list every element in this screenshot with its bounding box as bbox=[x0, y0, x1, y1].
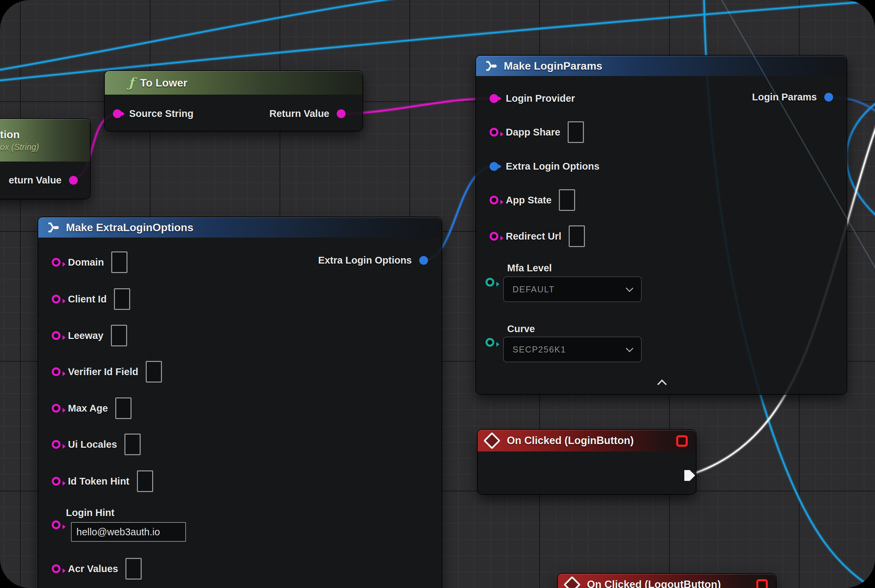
max-age-pin[interactable] bbox=[52, 404, 60, 412]
blueprint-graph-canvas[interactable]: tion ox (String) eturn Value ƒ To Lower … bbox=[0, 0, 875, 588]
return-value-pin[interactable] bbox=[69, 176, 78, 184]
make-struct-icon bbox=[484, 60, 498, 71]
chevron-down-icon bbox=[626, 285, 634, 292]
node-title: tion bbox=[0, 128, 20, 141]
node-title: To Lower bbox=[140, 77, 187, 89]
id-token-hint-pin[interactable] bbox=[52, 477, 60, 486]
return-value-label: eturn Value bbox=[9, 175, 62, 186]
login-hint-pin[interactable] bbox=[52, 520, 60, 529]
leeway-value-box[interactable] bbox=[111, 325, 127, 346]
max-age-label: Max Age bbox=[68, 403, 108, 414]
client-id-pin[interactable] bbox=[52, 295, 60, 303]
extra-login-options-out-pin[interactable] bbox=[419, 256, 428, 265]
leeway-pin[interactable] bbox=[52, 331, 60, 340]
wire-pink-tolower-to-provider bbox=[341, 98, 495, 114]
widget-bound-event-icon bbox=[676, 435, 688, 447]
dapp-share-label: Dapp Share bbox=[506, 127, 560, 138]
make-struct-icon bbox=[46, 222, 60, 233]
node-header[interactable]: Make LoginParams bbox=[476, 56, 846, 76]
acr-values-label: Acr Values bbox=[68, 563, 118, 574]
node-make-extra-login-options[interactable]: Make ExtraLoginOptions Extra Login Optio… bbox=[38, 217, 442, 588]
node-header[interactable]: ƒ To Lower bbox=[105, 71, 362, 94]
client-id-label: Client Id bbox=[68, 294, 107, 305]
node-header[interactable]: Make ExtraLoginOptions bbox=[38, 217, 442, 238]
node-header[interactable]: On Clicked (LogoutButton) bbox=[558, 574, 776, 588]
wire-cyan-right-arc bbox=[846, 100, 875, 220]
source-string-label: Source String bbox=[129, 108, 193, 119]
node-title: On Clicked (LogoutButton) bbox=[587, 579, 721, 588]
curve-label: Curve bbox=[507, 323, 535, 334]
node-make-login-params[interactable]: Make LoginParams Login Params Login Prov… bbox=[476, 56, 846, 394]
curve-pin[interactable] bbox=[486, 338, 494, 347]
mfa-level-dropdown[interactable]: DEFAULT bbox=[503, 276, 642, 302]
redirect-url-pin[interactable] bbox=[490, 232, 498, 241]
ui-locales-pin[interactable] bbox=[52, 440, 60, 449]
function-icon: ƒ bbox=[128, 76, 134, 89]
verifier-id-field-pin[interactable] bbox=[52, 368, 60, 376]
source-string-pin[interactable] bbox=[113, 109, 122, 118]
leeway-label: Leeway bbox=[68, 330, 104, 341]
mfa-level-pin[interactable] bbox=[486, 278, 494, 286]
node-on-clicked-logout-button[interactable]: On Clicked (LogoutButton) bbox=[558, 574, 776, 588]
dapp-share-value-box[interactable] bbox=[568, 122, 584, 143]
return-value-label: Return Value bbox=[269, 108, 329, 119]
node-title: Make ExtraLoginOptions bbox=[66, 221, 193, 234]
extra-login-options-in-pin[interactable] bbox=[490, 162, 498, 171]
dapp-share-pin[interactable] bbox=[490, 128, 498, 136]
node-header[interactable]: On Clicked (LoginButton) bbox=[478, 430, 696, 452]
id-token-hint-value-box[interactable] bbox=[137, 470, 153, 492]
acr-values-pin[interactable] bbox=[52, 564, 60, 573]
login-provider-label: Login Provider bbox=[506, 93, 575, 104]
acr-values-value-box[interactable] bbox=[125, 558, 142, 579]
app-state-pin[interactable] bbox=[490, 196, 498, 204]
domain-value-box[interactable] bbox=[111, 251, 128, 273]
app-state-label: App State bbox=[506, 195, 552, 206]
node-on-clicked-login-button[interactable]: On Clicked (LoginButton) bbox=[478, 430, 696, 494]
node-header[interactable]: tion ox (String) bbox=[0, 119, 90, 162]
login-hint-label: Login Hint bbox=[66, 507, 114, 518]
curve-value: SECP256K1 bbox=[513, 345, 566, 354]
node-text-source-partial[interactable]: tion ox (String) eturn Value bbox=[0, 119, 90, 199]
domain-label: Domain bbox=[68, 257, 104, 268]
widget-bound-event-icon bbox=[756, 579, 768, 588]
node-subtitle: ox (String) bbox=[0, 142, 39, 152]
login-params-out-pin[interactable] bbox=[824, 93, 833, 101]
login-hint-input[interactable] bbox=[71, 522, 186, 542]
wire-cyan-top-1 bbox=[0, 0, 421, 71]
ui-locales-value-box[interactable] bbox=[125, 434, 141, 455]
event-diamond-icon bbox=[564, 576, 581, 588]
redirect-url-value-box[interactable] bbox=[569, 225, 585, 247]
ui-locales-label: Ui Locales bbox=[68, 439, 117, 450]
login-params-out-label: Login Params bbox=[752, 92, 817, 103]
mfa-level-label: Mfa Level bbox=[507, 262, 552, 274]
app-state-value-box[interactable] bbox=[559, 189, 575, 211]
return-value-pin[interactable] bbox=[337, 109, 346, 118]
event-diamond-icon bbox=[484, 432, 501, 450]
node-to-lower[interactable]: ƒ To Lower Source String Return Value bbox=[105, 71, 362, 131]
mfa-level-value: DEFAULT bbox=[513, 285, 555, 294]
domain-pin[interactable] bbox=[52, 258, 60, 267]
exec-out-pin[interactable] bbox=[682, 468, 697, 483]
redirect-url-label: Redirect Url bbox=[506, 231, 561, 242]
client-id-value-box[interactable] bbox=[114, 288, 130, 310]
id-token-hint-label: Id Token Hint bbox=[68, 476, 129, 487]
node-title: On Clicked (LoginButton) bbox=[507, 435, 634, 447]
extra-login-options-in-label: Extra Login Options bbox=[506, 161, 600, 172]
collapse-node-chevron[interactable] bbox=[657, 380, 667, 389]
verifier-id-field-label: Verifier Id Field bbox=[68, 366, 138, 378]
max-age-value-box[interactable] bbox=[115, 398, 132, 419]
verifier-id-field-value-box[interactable] bbox=[146, 361, 162, 382]
chevron-down-icon bbox=[626, 345, 634, 352]
node-title: Make LoginParams bbox=[504, 60, 603, 72]
login-provider-pin[interactable] bbox=[490, 94, 498, 103]
curve-dropdown[interactable]: SECP256K1 bbox=[503, 337, 642, 362]
extra-login-options-out-label: Extra Login Options bbox=[318, 255, 412, 266]
